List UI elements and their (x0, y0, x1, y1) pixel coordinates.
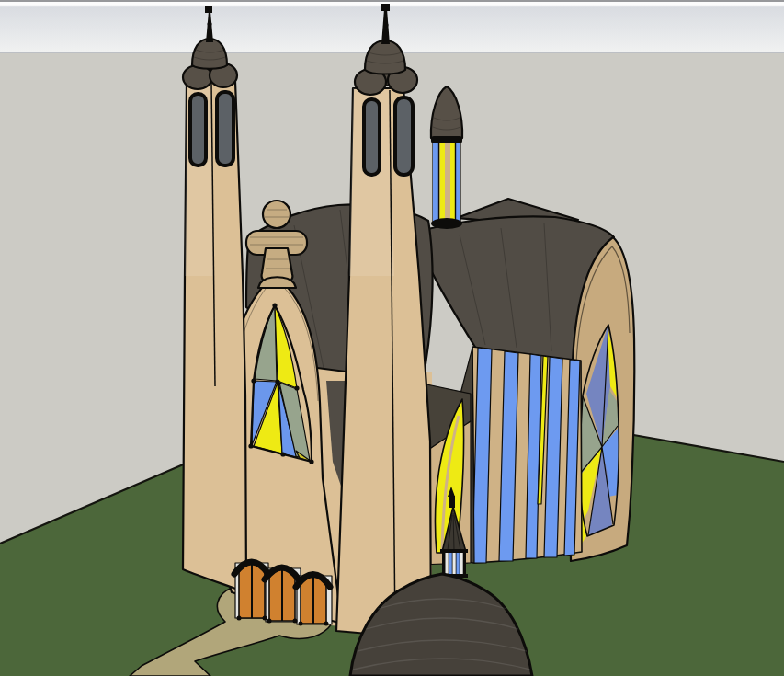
left-tower[interactable] (183, 6, 246, 590)
lantern-stripe (449, 553, 452, 576)
minaret-stripe (450, 140, 456, 224)
lantern-cap (440, 549, 468, 553)
lantern-stripe (446, 553, 449, 576)
minaret-stripe (456, 140, 460, 224)
striped-side-wall[interactable] (460, 347, 582, 563)
minaret-base-ring (431, 218, 462, 229)
spire-ball (384, 23, 389, 28)
minaret-bullet-dome[interactable] (431, 86, 462, 143)
lantern-stripe (460, 553, 463, 576)
3d-viewport[interactable] (0, 0, 784, 676)
minaret[interactable] (431, 86, 462, 229)
lantern-stripe (453, 553, 456, 576)
lantern-stripe (457, 553, 460, 576)
tower-slit-window[interactable] (364, 99, 380, 175)
finial-head (263, 201, 290, 228)
tower-slit-window[interactable] (217, 92, 233, 166)
left-tower-spire (206, 11, 213, 42)
model-canvas[interactable] (0, 0, 784, 676)
minaret-stripe (433, 140, 438, 224)
dome-spike (449, 496, 455, 508)
tower-slit-window[interactable] (395, 97, 413, 175)
spire-ball (208, 22, 212, 27)
minaret-collar (431, 136, 462, 143)
left-tower-dome[interactable] (183, 6, 237, 89)
spire-tip (205, 6, 212, 13)
spire-tip (381, 4, 390, 11)
tower-slit-window[interactable] (190, 94, 206, 166)
right-tower-dome[interactable] (355, 4, 417, 95)
right-tower[interactable] (336, 4, 431, 639)
minaret-stripe (440, 140, 446, 224)
